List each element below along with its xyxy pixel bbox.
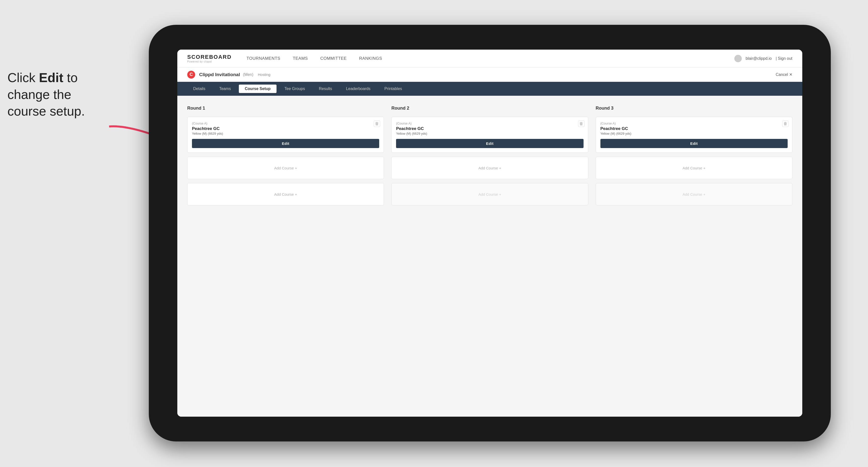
round-1-course-details: Yellow (M) (6629 yds)	[192, 132, 379, 135]
round-3-edit-button[interactable]: Edit	[600, 139, 788, 148]
round-3-course-card: 🗑 (Course A) Peachtree GC Yellow (M) (66…	[596, 117, 793, 153]
tab-details[interactable]: Details	[187, 85, 211, 93]
logo-tagline: Powered by clippd	[187, 60, 231, 63]
hosting-badge: Hosting	[258, 72, 270, 76]
rounds-grid: Round 1 🗑 (Course A) Peachtree GC Yellow…	[187, 106, 793, 205]
tab-teams[interactable]: Teams	[213, 85, 237, 93]
instruction-bold: Edit	[39, 70, 63, 85]
round-2-title: Round 2	[391, 106, 588, 111]
round-1-add-course-2[interactable]: Add Course +	[187, 183, 384, 205]
round-3-add-course-2: Add Course +	[596, 183, 793, 205]
tab-course-setup[interactable]: Course Setup	[239, 85, 277, 93]
round-2-course-label: (Course A)	[396, 122, 583, 125]
round-1-course-card: 🗑 (Course A) Peachtree GC Yellow (M) (66…	[187, 117, 384, 153]
round-2-course-name: Peachtree GC	[396, 126, 583, 131]
round-1-add-course-1-text: Add Course +	[274, 166, 297, 170]
tab-bar: Details Teams Course Setup Tee Groups Re…	[177, 82, 802, 96]
logo-area: SCOREBOARD Powered by clippd	[187, 54, 231, 63]
round-1-title: Round 1	[187, 106, 384, 111]
round-2-add-course-1[interactable]: Add Course +	[391, 157, 588, 179]
tablet-screen: SCOREBOARD Powered by clippd TOURNAMENTS…	[177, 50, 802, 417]
tab-leaderboards[interactable]: Leaderboards	[340, 85, 376, 93]
nav-right: blair@clippd.io | Sign out	[734, 55, 793, 62]
round-2-add-course-2: Add Course +	[391, 183, 588, 205]
nav-committee[interactable]: COMMITTEE	[320, 56, 347, 61]
top-nav: SCOREBOARD Powered by clippd TOURNAMENTS…	[177, 50, 802, 67]
round-2-delete-icon[interactable]: 🗑	[578, 121, 585, 127]
tournament-bar: C Clippd Invitational (Men) Hosting Canc…	[177, 67, 802, 82]
round-3-course-name: Peachtree GC	[600, 126, 788, 131]
tourney-name: Clippd Invitational	[199, 72, 240, 77]
round-3-add-course-2-text: Add Course +	[682, 192, 705, 196]
round-1-course-name: Peachtree GC	[192, 126, 379, 131]
round-2-edit-button[interactable]: Edit	[396, 139, 583, 148]
nav-links: TOURNAMENTS TEAMS COMMITTEE RANKINGS	[247, 56, 734, 61]
round-3-add-course-1[interactable]: Add Course +	[596, 157, 793, 179]
tab-tee-groups[interactable]: Tee Groups	[279, 85, 311, 93]
user-avatar	[734, 55, 742, 62]
nav-tournaments[interactable]: TOURNAMENTS	[247, 56, 280, 61]
round-1-column: Round 1 🗑 (Course A) Peachtree GC Yellow…	[187, 106, 384, 205]
user-email: blair@clippd.io	[746, 56, 772, 61]
instruction-text: Click Edit tochange thecourse setup.	[7, 69, 85, 120]
tablet-shell: SCOREBOARD Powered by clippd TOURNAMENTS…	[149, 25, 831, 441]
scoreboard-logo: SCOREBOARD	[187, 54, 231, 60]
round-3-delete-icon[interactable]: 🗑	[782, 121, 788, 127]
round-3-course-label: (Course A)	[600, 122, 788, 125]
round-1-add-course-1[interactable]: Add Course +	[187, 157, 384, 179]
round-3-title: Round 3	[596, 106, 793, 111]
nav-teams[interactable]: TEAMS	[292, 56, 308, 61]
round-1-delete-icon[interactable]: 🗑	[374, 121, 380, 127]
tourney-logo: C	[187, 71, 195, 79]
nav-rankings[interactable]: RANKINGS	[359, 56, 382, 61]
round-3-column: Round 3 🗑 (Course A) Peachtree GC Yellow…	[596, 106, 793, 205]
main-content: Round 1 🗑 (Course A) Peachtree GC Yellow…	[177, 96, 802, 417]
round-2-course-details: Yellow (M) (6629 yds)	[396, 132, 583, 135]
round-2-add-course-1-text: Add Course +	[478, 166, 501, 170]
round-1-add-course-2-text: Add Course +	[274, 192, 297, 196]
tab-printables[interactable]: Printables	[378, 85, 408, 93]
tourney-gender: (Men)	[243, 72, 253, 77]
round-2-add-course-2-text: Add Course +	[478, 192, 501, 196]
cancel-button[interactable]: Cancel ✕	[776, 72, 793, 77]
round-3-add-course-1-text: Add Course +	[682, 166, 705, 170]
sign-out-link[interactable]: | Sign out	[776, 56, 793, 61]
round-1-course-label: (Course A)	[192, 122, 379, 125]
tab-results[interactable]: Results	[313, 85, 338, 93]
round-1-edit-button[interactable]: Edit	[192, 139, 379, 148]
round-2-course-card: 🗑 (Course A) Peachtree GC Yellow (M) (66…	[391, 117, 588, 153]
round-2-column: Round 2 🗑 (Course A) Peachtree GC Yellow…	[391, 106, 588, 205]
round-3-course-details: Yellow (M) (6629 yds)	[600, 132, 788, 135]
